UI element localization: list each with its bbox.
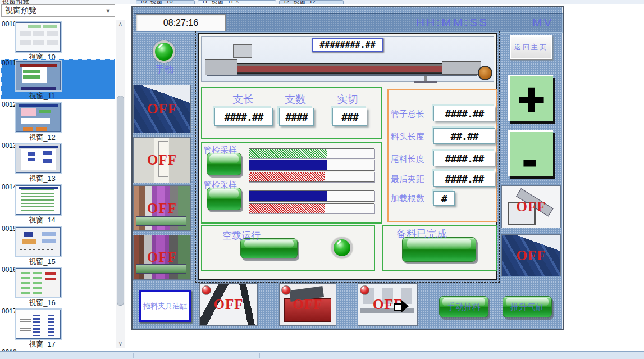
red-led-icon <box>202 285 211 295</box>
machine-image-cutter[interactable]: OFF <box>279 283 336 326</box>
tab-window-12[interactable]: 12 視窗_12 <box>279 0 344 4</box>
counter-value-length[interactable]: ####.## <box>214 108 273 126</box>
mv-label[interactable]: MV <box>532 16 554 29</box>
clock-display[interactable]: 08:27:16 <box>136 14 226 31</box>
sampling-button-2[interactable] <box>207 188 241 210</box>
idle-run-button[interactable] <box>240 238 298 258</box>
scrollbar-thumb[interactable] <box>117 96 124 306</box>
off-status-label: OFF <box>147 249 177 265</box>
tab-window-11[interactable]: 11 視窗_11 × <box>198 0 276 4</box>
manual-push-button[interactable]: 手动推料 <box>439 296 488 317</box>
minus-button[interactable]: - <box>508 130 553 176</box>
ready-button[interactable] <box>402 237 476 262</box>
machine-image-hopper[interactable]: OFF <box>199 283 258 326</box>
window-preview-sidebar: 視窗預覽 視窗預覽 ▼ 0010 視窗_10 0011 視窗_11 0012 視… <box>0 0 130 351</box>
sampling-button-1[interactable] <box>207 153 241 175</box>
counter-value-cut[interactable]: ### <box>332 108 367 126</box>
plus-button[interactable]: + <box>508 75 553 121</box>
tab-window-10[interactable]: 10 視窗_10 <box>136 0 195 4</box>
window-label: 視窗_16 <box>17 298 67 308</box>
clamp-cylinder-button[interactable]: 拖料夹具油缸 <box>139 290 191 322</box>
progress-bar-red-1[interactable] <box>249 172 374 182</box>
sidebar-item-window-10[interactable]: 0010 視窗_10 <box>1 20 115 61</box>
scroll-down-icon[interactable]: ∨ <box>116 340 125 348</box>
tab-close-icon[interactable]: × <box>235 0 239 4</box>
window-thumbnail[interactable] <box>16 268 61 297</box>
arrow-right-icon <box>394 301 410 313</box>
sidebar-scrollbar[interactable]: ∧ ∨ <box>116 20 125 348</box>
off-status-label: OFF <box>517 199 546 215</box>
sidebar-item-window-11[interactable]: 0011 視窗_11 <box>1 59 115 99</box>
off-status-label: OFF <box>214 297 244 312</box>
pipe-total-length-display[interactable]: ####.## <box>433 106 495 121</box>
sidebar-item-window-17[interactable]: 0017 視窗_17 <box>1 307 115 348</box>
window-thumbnail[interactable] <box>16 185 61 215</box>
document-tab-strip: 10 視窗_10 11 視窗_11 × 12 視窗_12 <box>130 0 644 4</box>
chevron-down-icon: ▼ <box>105 7 111 14</box>
off-status-label: OFF <box>517 248 546 263</box>
machine-image-feeder-2[interactable]: OFF <box>133 235 191 280</box>
run-indicator-led[interactable] <box>331 237 353 258</box>
machine-image-clamp-left[interactable]: OFF <box>133 85 191 133</box>
pipe-head-length-display[interactable]: ##.## <box>433 128 495 144</box>
sidebar-item-window-16[interactable]: 0016 視窗_16 <box>1 266 115 306</box>
preview-pane-title: 視窗預覽 <box>5 6 36 16</box>
machine-image-arm[interactable]: OFF <box>501 185 561 228</box>
window-label: 視窗_11 <box>17 91 67 101</box>
machine-wheel <box>478 66 492 80</box>
progress-bar-navy-2[interactable] <box>249 190 374 202</box>
sidebar-title-clipped: 視窗預覽 <box>0 0 130 4</box>
window-label: 視窗_14 <box>17 215 67 225</box>
progress-bar-green[interactable] <box>249 148 374 158</box>
red-led-icon <box>360 285 369 295</box>
window-thumbnail[interactable] <box>16 310 61 339</box>
home-button[interactable]: 返回主页 <box>510 35 552 60</box>
machine-length-value: ########.## <box>319 40 375 50</box>
window-label: 視窗_13 <box>17 174 67 184</box>
sidebar-item-window-15[interactable]: 0015 視窗_15 <box>1 225 115 265</box>
status-bar <box>0 351 644 359</box>
load-count-display[interactable]: # <box>433 191 455 206</box>
red-led-icon <box>281 285 291 295</box>
scroll-up-icon[interactable]: ∧ <box>116 20 125 28</box>
sidebar-item-window-14[interactable]: 0014 視窗_14 <box>1 183 115 224</box>
clock-value: 08:27:16 <box>163 18 198 28</box>
window-thumbnail[interactable] <box>16 103 61 132</box>
off-status-label: OFF <box>147 201 177 216</box>
window-thumbnail[interactable] <box>16 144 61 173</box>
preview-pane-selector[interactable]: 視窗預覽 ▼ <box>1 4 115 17</box>
lift-cylinder-button[interactable]: 推升气缸 <box>503 296 552 317</box>
pipe-tail-length-display[interactable]: ####.## <box>433 151 495 166</box>
machine-length-display[interactable]: ########.## <box>312 38 383 52</box>
window-thumbnail[interactable] <box>16 61 61 90</box>
machine-image-clamp-right[interactable]: OFF <box>501 234 561 276</box>
sidebar-item-window-13[interactable]: 0013 視窗_13 <box>1 142 115 182</box>
machine-image-feeder-1[interactable]: OFF <box>133 185 191 231</box>
window-thumbnail[interactable] <box>16 22 61 52</box>
window-thumbnail[interactable] <box>16 227 61 256</box>
time-format-label[interactable]: HH:MM:SS <box>416 16 488 29</box>
progress-bar-navy-1[interactable] <box>249 160 374 171</box>
machine-image-conveyor[interactable]: OFF <box>358 283 418 326</box>
machine-illustration[interactable]: ########.## <box>201 36 494 82</box>
counter-value-count[interactable]: #### <box>279 108 314 126</box>
off-status-label: OFF <box>293 297 323 312</box>
progress-bar-red-2[interactable] <box>249 203 374 213</box>
manual-mode-led[interactable] <box>153 40 175 63</box>
pipe-last-clamp-display[interactable]: ####.## <box>433 171 495 187</box>
off-status-label: OFF <box>147 101 177 117</box>
machine-image-cylinder[interactable]: OFF <box>133 137 191 183</box>
hmi-editor-window: 10 視窗_10 11 視窗_11 × 12 視窗_12 視窗預覽 視窗預覽 ▼… <box>0 0 644 359</box>
off-status-label: OFF <box>147 152 177 168</box>
sidebar-item-window-12[interactable]: 0012 視窗_12 <box>1 101 115 141</box>
